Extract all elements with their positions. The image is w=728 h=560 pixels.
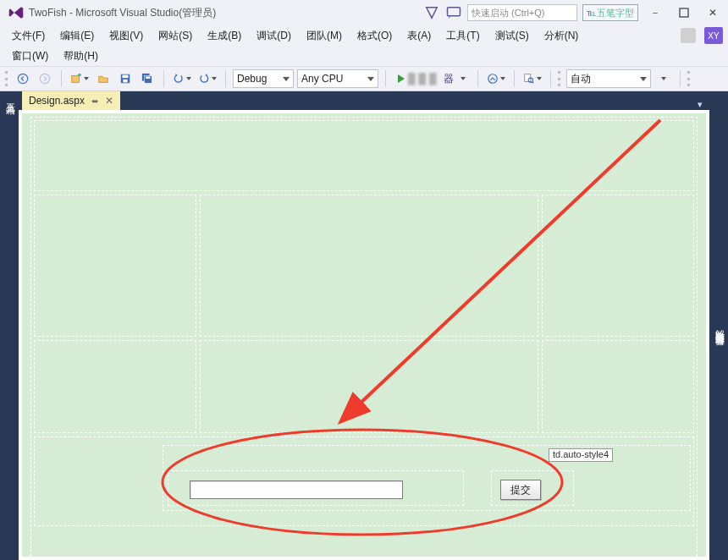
start-debug-button[interactable]: ███器 xyxy=(393,69,471,88)
play-icon xyxy=(398,74,405,83)
quick-launch-input[interactable]: 快速启动 (Ctrl+Q) xyxy=(467,4,577,21)
visual-studio-logo-icon xyxy=(8,5,24,20)
table-cell[interactable] xyxy=(34,340,196,433)
table-cell[interactable] xyxy=(200,195,538,337)
svg-point-2 xyxy=(18,74,27,83)
svg-rect-0 xyxy=(448,8,461,16)
menu-edit[interactable]: 编辑(E) xyxy=(53,27,101,45)
feedback-icon[interactable] xyxy=(445,4,462,21)
toolbar-grip-icon[interactable] xyxy=(687,71,691,86)
maximize-button[interactable] xyxy=(672,3,696,22)
user-avatar-icon[interactable] xyxy=(681,28,696,43)
submit-button-control[interactable]: 提交 xyxy=(500,480,541,500)
menu-analyze[interactable]: 分析(N) xyxy=(538,27,586,45)
menu-help[interactable]: 帮助(H) xyxy=(57,47,105,65)
solution-explorer-tab[interactable]: 解决方案资源管理器 xyxy=(714,322,726,330)
open-file-button[interactable] xyxy=(94,69,113,88)
minimize-button[interactable]: － xyxy=(643,3,667,22)
svg-rect-10 xyxy=(146,76,150,79)
menu-table[interactable]: 表(A) xyxy=(400,27,438,45)
left-sidebar: 工具箱 xyxy=(0,91,19,560)
toolbar: Debug Any CPU ███器 自动 xyxy=(0,66,728,91)
svg-point-3 xyxy=(40,74,49,83)
find-in-files-button[interactable] xyxy=(521,69,543,88)
menu-website[interactable]: 网站(S) xyxy=(152,27,199,45)
menu-test[interactable]: 测试(S) xyxy=(488,27,536,45)
right-sidebar: 解决方案资源管理器 团队资源管理器 诊断工具 属性 xyxy=(709,91,728,560)
menu-tools[interactable]: 工具(T) xyxy=(439,27,486,45)
menu-file[interactable]: 文件(F) xyxy=(5,27,52,45)
close-icon[interactable]: ✕ xyxy=(105,95,113,107)
table-cell[interactable] xyxy=(542,340,694,433)
undo-button[interactable] xyxy=(171,69,193,88)
tab-overflow-button[interactable]: ▾ xyxy=(691,99,709,110)
menu-view[interactable]: 视图(V) xyxy=(102,27,150,45)
save-button[interactable] xyxy=(116,69,135,88)
menu-debug[interactable]: 调试(D) xyxy=(250,27,298,45)
ime-badge[interactable]: ℡五笔字型 xyxy=(582,4,638,21)
toolbar-grip-icon[interactable] xyxy=(5,71,8,86)
xy-badge[interactable]: XY xyxy=(704,27,723,44)
tag-selector-hint[interactable]: td.auto-style4 xyxy=(549,448,613,462)
svg-rect-1 xyxy=(680,8,688,17)
redo-button[interactable] xyxy=(196,69,218,88)
table-cell[interactable] xyxy=(34,195,196,337)
menu-format[interactable]: 格式(O) xyxy=(350,27,399,45)
title-bar: TwoFish - Microsoft Visual Studio(管理员) 快… xyxy=(0,0,728,25)
pin-icon[interactable]: ⬌ xyxy=(91,96,98,106)
toolbar-grip-icon[interactable] xyxy=(558,71,561,86)
menu-team[interactable]: 团队(M) xyxy=(300,27,349,45)
browser-link-button[interactable] xyxy=(485,69,507,88)
platform-dropdown[interactable]: Any CPU xyxy=(297,69,378,88)
menu-bar-row2: 窗口(W) 帮助(H) xyxy=(0,46,728,66)
target-dropdown[interactable]: 自动 xyxy=(566,69,651,88)
table-cell[interactable] xyxy=(200,340,538,433)
svg-rect-7 xyxy=(123,80,127,83)
window-title: TwoFish - Microsoft Visual Studio(管理员) xyxy=(29,6,216,20)
save-all-button[interactable] xyxy=(138,69,157,88)
notifications-icon[interactable] xyxy=(423,4,440,21)
close-button[interactable]: ✕ xyxy=(701,3,725,22)
main-shell: 工具箱 Design.aspx ⬌ ✕ ▾ 提交 xyxy=(0,91,728,560)
table-cell[interactable] xyxy=(34,120,694,191)
designer-surface[interactable]: 提交 td.auto-style4 xyxy=(19,110,709,560)
target-extra-button[interactable] xyxy=(654,69,673,88)
quick-launch-placeholder: 快速启动 (Ctrl+Q) xyxy=(472,7,544,19)
new-project-button[interactable] xyxy=(69,69,91,88)
configuration-dropdown[interactable]: Debug xyxy=(233,69,294,88)
toolbox-tab[interactable]: 工具箱 xyxy=(4,96,17,555)
menu-build[interactable]: 生成(B) xyxy=(201,27,248,45)
nav-back-button[interactable] xyxy=(14,69,32,88)
nav-forward-button[interactable] xyxy=(36,69,54,88)
table-cell[interactable] xyxy=(542,195,694,337)
svg-rect-6 xyxy=(123,75,129,79)
textbox-control[interactable] xyxy=(190,480,403,499)
menu-window[interactable]: 窗口(W) xyxy=(5,47,55,65)
svg-rect-4 xyxy=(72,76,80,83)
document-tab-design-aspx[interactable]: Design.aspx ⬌ ✕ xyxy=(22,91,120,110)
document-tab-strip: Design.aspx ⬌ ✕ ▾ xyxy=(19,91,709,110)
menu-bar: 文件(F) 编辑(E) 视图(V) 网站(S) 生成(B) 调试(D) 团队(M… xyxy=(0,25,728,46)
document-tab-label: Design.aspx xyxy=(29,95,85,107)
